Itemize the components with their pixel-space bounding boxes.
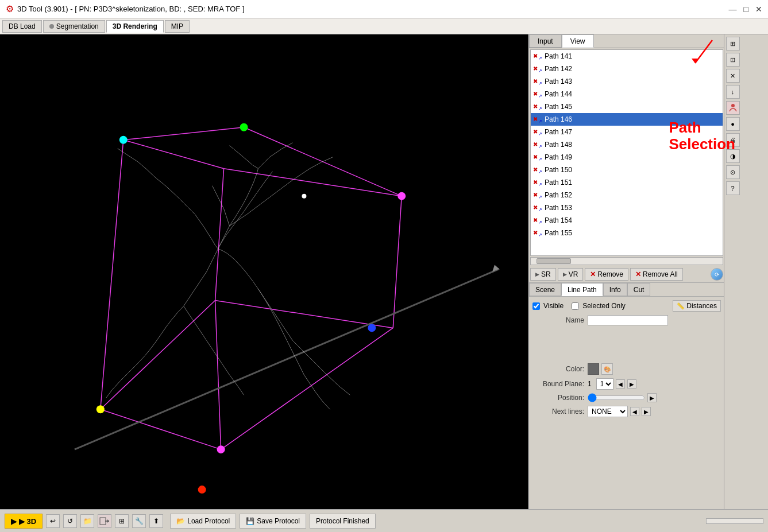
app-icon: ⚙ bbox=[6, 3, 14, 14]
3d-mode-button[interactable]: ▶ ▶ 3D bbox=[5, 514, 43, 529]
status-bar-progress bbox=[706, 518, 763, 524]
tab-segmentation[interactable]: Segmentation bbox=[43, 20, 105, 33]
tab-db-load[interactable]: DB Load bbox=[2, 20, 42, 33]
position-slider[interactable] bbox=[588, 393, 645, 402]
path-item-14[interactable]: Path 155 bbox=[531, 227, 723, 239]
path-item-icon-4 bbox=[533, 102, 542, 111]
tab-view[interactable]: View bbox=[562, 34, 594, 48]
next-lines-next[interactable]: ▶ bbox=[642, 407, 651, 416]
path-item-label-12: Path 153 bbox=[545, 204, 572, 212]
status-icon-settings[interactable]: 🔧 bbox=[132, 514, 146, 528]
bound-plane-controls: 1 1 2 ◀ ▶ bbox=[588, 378, 636, 390]
svg-rect-26 bbox=[100, 518, 106, 525]
status-icon-exit[interactable] bbox=[98, 514, 111, 528]
strip-icon-print[interactable]: 🖨 bbox=[726, 133, 740, 147]
minimize-button[interactable]: — bbox=[729, 5, 737, 14]
load-protocol-icon: 📂 bbox=[176, 517, 185, 525]
maximize-button[interactable]: □ bbox=[744, 5, 748, 14]
path-item-12[interactable]: Path 153 bbox=[531, 201, 723, 214]
position-next[interactable]: ▶ bbox=[647, 393, 657, 402]
visible-checkbox[interactable] bbox=[532, 302, 540, 310]
title-bar: ⚙ 3D Tool (3.901) - [ PN: P3D3^skeletoni… bbox=[0, 0, 768, 18]
path-item-icon-8 bbox=[533, 153, 542, 162]
path-item-6[interactable]: Path 147 bbox=[531, 126, 723, 138]
remove-button[interactable]: ✕ Remove bbox=[585, 268, 628, 281]
path-item-0[interactable]: Path 141 bbox=[531, 50, 723, 63]
app-title: ⚙ 3D Tool (3.901) - [ PN: P3D3^skeletoni… bbox=[6, 3, 245, 14]
status-icon-folder[interactable]: 📁 bbox=[80, 514, 94, 528]
toolbar: DB Load Segmentation 3D Rendering MIP bbox=[0, 18, 768, 34]
name-input[interactable] bbox=[588, 315, 668, 325]
next-lines-select[interactable]: NONE bbox=[588, 406, 628, 417]
tab-3d-rendering[interactable]: 3D Rendering bbox=[106, 20, 164, 33]
tab-input[interactable]: Input bbox=[529, 34, 562, 48]
path-item-icon-12 bbox=[533, 203, 542, 212]
distances-button[interactable]: 📏 Distances bbox=[673, 300, 721, 312]
path-item-4[interactable]: Path 145 bbox=[531, 100, 723, 113]
tab-mip[interactable]: MIP bbox=[165, 20, 190, 33]
status-icon-rotate[interactable]: ↺ bbox=[63, 514, 77, 528]
path-list[interactable]: Path 141Path 142Path 143Path 144Path 145… bbox=[530, 49, 723, 256]
refresh-circle-button[interactable]: ⟳ bbox=[711, 268, 723, 281]
path-item-icon-2 bbox=[533, 77, 542, 86]
segmentation-dot bbox=[49, 24, 54, 29]
strip-icon-1[interactable]: ⊡ bbox=[726, 53, 740, 67]
color-swatch[interactable] bbox=[588, 363, 599, 375]
path-item-11[interactable]: Path 152 bbox=[531, 189, 723, 201]
path-item-5[interactable]: Path 146 bbox=[531, 113, 723, 126]
viewport-3d[interactable] bbox=[0, 34, 528, 509]
horizontal-scrollbar[interactable] bbox=[530, 257, 723, 265]
tab-line-path[interactable]: Line Path bbox=[561, 283, 603, 296]
path-item-label-14: Path 155 bbox=[545, 229, 572, 237]
status-icon-grid[interactable]: ⊞ bbox=[115, 514, 129, 528]
path-item-2[interactable]: Path 143 bbox=[531, 75, 723, 88]
bound-plane-prev[interactable]: ◀ bbox=[616, 379, 625, 389]
path-item-3[interactable]: Path 144 bbox=[531, 88, 723, 100]
path-item-8[interactable]: Path 149 bbox=[531, 151, 723, 164]
status-icon-back[interactable]: ↩ bbox=[46, 514, 60, 528]
svg-point-25 bbox=[731, 104, 735, 107]
strip-icon-help[interactable]: ? bbox=[726, 181, 740, 195]
next-lines-row: Next lines: NONE ◀ ▶ bbox=[532, 406, 721, 417]
path-item-10[interactable]: Path 151 bbox=[531, 176, 723, 189]
path-item-1[interactable]: Path 142 bbox=[531, 63, 723, 75]
path-item-icon-1 bbox=[533, 64, 542, 73]
remove-all-button[interactable]: ✕ Remove All bbox=[630, 268, 683, 281]
strip-icon-person[interactable] bbox=[726, 101, 740, 115]
path-item-icon-14 bbox=[533, 228, 542, 238]
load-protocol-button[interactable]: 📂 Load Protocol bbox=[170, 514, 236, 529]
strip-icon-circle[interactable]: ● bbox=[726, 117, 740, 131]
color-row: Color: 🎨 bbox=[532, 363, 721, 375]
action-buttons: ▶ SR ▶ VR ✕ Remove ✕ Remove All ⟳ bbox=[529, 266, 724, 283]
tab-cut[interactable]: Cut bbox=[627, 283, 651, 296]
vr-button[interactable]: ▶ VR bbox=[558, 268, 584, 281]
path-item-7[interactable]: Path 148 bbox=[531, 138, 723, 151]
tab-scene[interactable]: Scene bbox=[529, 283, 561, 296]
position-label: Position: bbox=[532, 394, 584, 402]
panel-content: Input View Path 141Path 142Path 143Path … bbox=[529, 34, 724, 509]
strip-icon-adjust[interactable]: ⊙ bbox=[726, 165, 740, 179]
protocol-finished-button[interactable]: Protocol Finished bbox=[310, 514, 376, 529]
strip-icon-0[interactable]: ⊞ bbox=[726, 37, 740, 51]
next-lines-prev[interactable]: ◀ bbox=[630, 407, 639, 416]
visible-label: Visible bbox=[543, 302, 564, 310]
main-area: Input View Path 141Path 142Path 143Path … bbox=[0, 34, 768, 509]
path-item-9[interactable]: Path 150 bbox=[531, 164, 723, 176]
strip-icon-3[interactable]: ↓ bbox=[726, 85, 740, 99]
strip-icon-contrast[interactable]: ◑ bbox=[726, 149, 740, 163]
bound-plane-select[interactable]: 1 2 bbox=[596, 378, 613, 390]
path-item-13[interactable]: Path 154 bbox=[531, 214, 723, 227]
bound-plane-row: Bound Plane: 1 1 2 ◀ ▶ bbox=[532, 378, 721, 390]
close-button[interactable]: ✕ bbox=[755, 5, 762, 14]
selected-only-checkbox[interactable] bbox=[572, 302, 579, 310]
bound-plane-next[interactable]: ▶ bbox=[627, 379, 636, 389]
path-item-label-3: Path 144 bbox=[545, 90, 572, 98]
save-protocol-button[interactable]: 💾 Save Protocol bbox=[240, 514, 306, 529]
remove-x-icon: ✕ bbox=[590, 270, 596, 278]
strip-icon-2[interactable]: ✕ bbox=[726, 69, 740, 83]
color-palette-button[interactable]: 🎨 bbox=[601, 363, 613, 375]
status-icon-up[interactable]: ⬆ bbox=[149, 514, 163, 528]
scrollbar-thumb[interactable] bbox=[537, 258, 571, 264]
sr-button[interactable]: ▶ SR bbox=[530, 268, 556, 281]
tab-info[interactable]: Info bbox=[603, 283, 627, 296]
